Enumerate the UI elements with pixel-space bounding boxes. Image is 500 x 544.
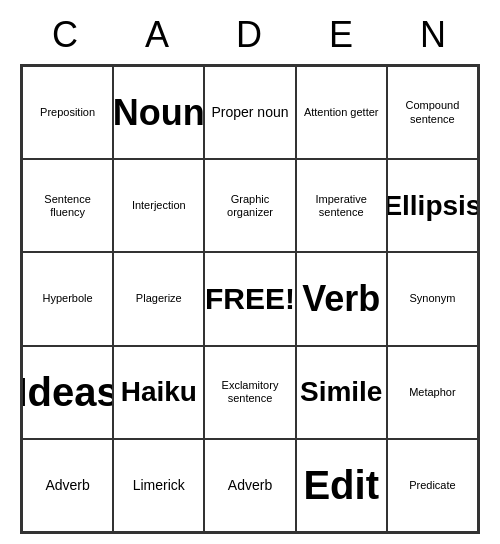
header-letter-N: N [388,10,480,60]
bingo-cell-3: Attention getter [296,66,387,159]
header-letter-D: D [204,10,296,60]
bingo-cell-13: Verb [296,252,387,345]
bingo-cell-0: Preposition [22,66,113,159]
bingo-cell-15: Ideas [22,346,113,439]
bingo-cell-8: Imperative sentence [296,159,387,252]
bingo-header: CADEN [20,10,480,60]
bingo-cell-24: Predicate [387,439,478,532]
bingo-cell-1: Noun [113,66,204,159]
bingo-cell-4: Compound sentence [387,66,478,159]
header-letter-A: A [112,10,204,60]
header-letter-C: C [20,10,112,60]
bingo-cell-2: Proper noun [204,66,295,159]
bingo-cell-6: Interjection [113,159,204,252]
bingo-cell-11: Plagerize [113,252,204,345]
bingo-cell-7: Graphic organizer [204,159,295,252]
bingo-cell-10: Hyperbole [22,252,113,345]
bingo-cell-23: Edit [296,439,387,532]
bingo-grid: PrepositionNounProper nounAttention gett… [20,64,480,534]
header-letter-E: E [296,10,388,60]
bingo-cell-21: Limerick [113,439,204,532]
bingo-cell-9: Ellipsis [387,159,478,252]
bingo-cell-14: Synonym [387,252,478,345]
bingo-cell-20: Adverb [22,439,113,532]
bingo-cell-16: Haiku [113,346,204,439]
bingo-cell-18: Simile [296,346,387,439]
bingo-cell-22: Adverb [204,439,295,532]
bingo-cell-12: FREE! [204,252,295,345]
bingo-cell-19: Metaphor [387,346,478,439]
bingo-cell-5: Sentence fluency [22,159,113,252]
bingo-cell-17: Exclamitory sentence [204,346,295,439]
